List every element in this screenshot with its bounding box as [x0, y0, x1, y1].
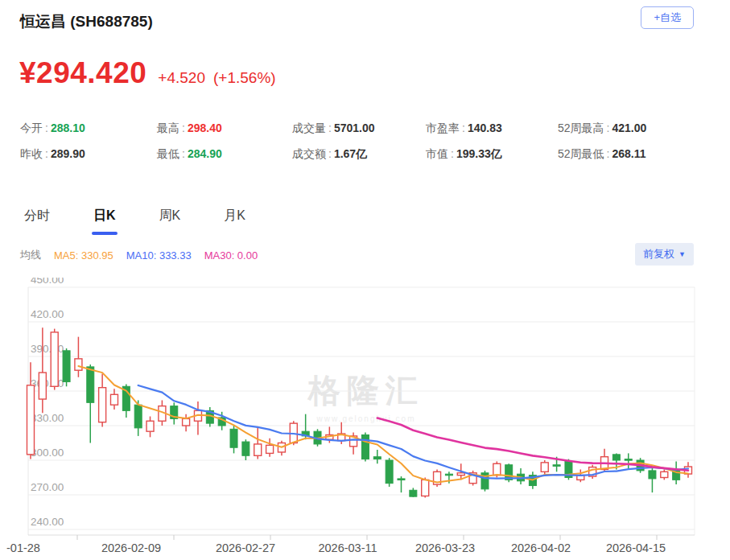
tab-monthly-k[interactable]: 月K [224, 208, 245, 235]
svg-text:420.00: 420.00 [31, 308, 64, 320]
stat-pe-ratio: 市盈率:140.83 [426, 121, 558, 142]
price-change: +4.520 [158, 69, 205, 87]
chart-period-tabs: 分时 日K 周K 月K [24, 208, 245, 235]
stat-volume: 成交量:5701.00 [292, 121, 426, 142]
svg-text:270.00: 270.00 [31, 481, 64, 493]
current-price: ¥294.420 [19, 56, 146, 90]
svg-text:330.00: 330.00 [31, 412, 64, 424]
stat-low: 最低:284.90 [157, 147, 292, 168]
svg-text:2026-03-23: 2026-03-23 [415, 541, 475, 554]
svg-text:360.00: 360.00 [31, 377, 64, 389]
stat-52w-high: 52周最高:421.00 [558, 121, 646, 142]
svg-text:2026-02-09: 2026-02-09 [101, 541, 161, 554]
page-title: 恒运昌 (SH688785) [20, 11, 153, 32]
quote-price-row: ¥294.420 +4.520 (+1.56%) [19, 56, 276, 90]
tab-weekly-k[interactable]: 周K [159, 208, 181, 235]
ma-legend: 均线 MA5: 330.95 MA10: 333.33 MA30: 0.00 [20, 248, 258, 262]
price-adjustment-dropdown[interactable]: 前复权 ▼ [635, 243, 694, 266]
stat-turnover: 成交额:1.67亿 [292, 147, 426, 168]
stats-grid: 今开:288.10 昨收:289.90 最高:298.40 最低:284.90 … [20, 121, 646, 168]
ma10-legend: MA10: 333.33 [126, 249, 192, 261]
svg-text:450.00: 450.00 [31, 278, 64, 286]
stat-market-cap: 市值:199.33亿 [426, 147, 558, 168]
ma5-legend: MA5: 330.95 [54, 249, 113, 261]
svg-text:240.00: 240.00 [31, 516, 64, 528]
tab-daily-k[interactable]: 日K [93, 208, 116, 235]
stat-prev-close: 昨收:289.90 [20, 147, 157, 168]
ma30-legend: MA30: 0.00 [204, 249, 258, 261]
add-watchlist-button[interactable]: +自选 [641, 6, 694, 29]
candlestick-chart[interactable]: 450.00420.00390.00360.00330.00300.00270.… [0, 278, 730, 560]
svg-text:2026-04-02: 2026-04-02 [511, 541, 571, 554]
stat-high: 最高:298.40 [157, 121, 292, 142]
svg-text:300.00: 300.00 [31, 447, 64, 459]
stat-open: 今开:288.10 [20, 121, 157, 142]
ma-legend-prefix: 均线 [20, 248, 41, 262]
stock-quote-page: 恒运昌 (SH688785) +自选 ¥294.420 +4.520 (+1.5… [0, 0, 730, 560]
price-change-percent: (+1.56%) [213, 69, 276, 87]
chevron-down-icon: ▼ [678, 250, 686, 258]
svg-text:-01-28: -01-28 [6, 541, 40, 554]
stat-52w-low: 52周最低:268.11 [558, 147, 646, 168]
svg-text:2026-02-27: 2026-02-27 [216, 541, 275, 554]
tab-minute[interactable]: 分时 [24, 208, 50, 235]
svg-text:390.00: 390.00 [31, 343, 64, 355]
svg-text:2026-04-15: 2026-04-15 [606, 541, 666, 554]
svg-text:2026-03-11: 2026-03-11 [318, 541, 377, 554]
